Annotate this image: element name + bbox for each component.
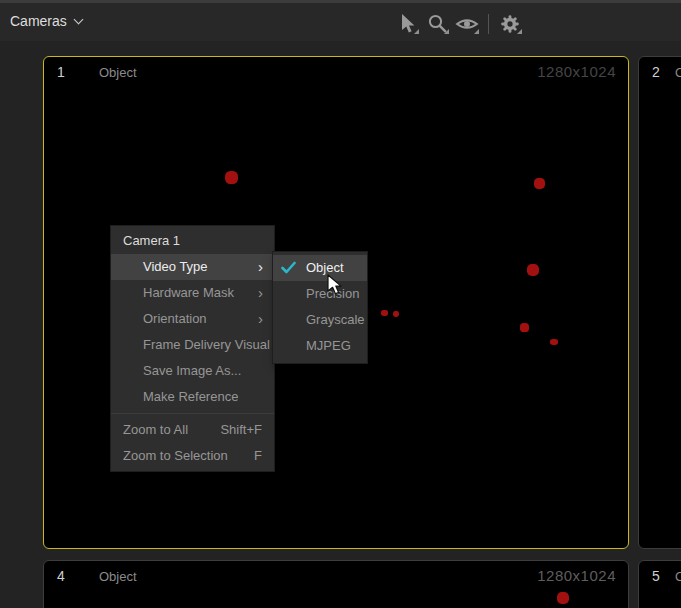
camera-panel-2[interactable]: 2 Object — [638, 56, 681, 549]
submenu-item-grayscale[interactable]: Grayscale — [273, 307, 367, 333]
camera-resolution: 1280x1024 — [537, 63, 616, 80]
toolbar-icon-group — [392, 10, 525, 37]
menu-item-label: Video Type — [143, 259, 208, 274]
camera-resolution: 1280x1024 — [537, 567, 616, 584]
tracked-marker — [534, 178, 545, 189]
menu-item-label: Orientation — [143, 311, 207, 326]
camera-video-type-label: Object — [675, 569, 681, 584]
submenu-item-label: Object — [306, 260, 344, 275]
chevron-down-icon — [73, 14, 83, 24]
menu-item-orientation[interactable]: Orientation — [111, 306, 274, 332]
toolbar-divider — [488, 14, 489, 34]
tracked-marker — [527, 264, 539, 276]
menu-item-make-reference[interactable]: Make Reference — [111, 384, 274, 410]
viewport-toolbar: Cameras — [0, 0, 681, 41]
camera-number: 5 — [652, 568, 660, 584]
camera-viewport-pane: Cameras — [0, 0, 681, 608]
menu-item-label: Save Image As... — [143, 363, 241, 378]
camera-context-menu: Camera 1 Video Type Hardware Mask Orient… — [110, 225, 275, 472]
view-selector-dropdown[interactable]: Cameras — [10, 13, 82, 29]
menu-item-label: Hardware Mask — [143, 285, 234, 300]
checkmark-icon — [281, 261, 296, 274]
camera-panel-4[interactable]: 4 Object 1280x1024 — [43, 560, 629, 608]
tracked-marker — [557, 592, 569, 604]
dropdown-corner-icon — [414, 29, 419, 34]
tracked-marker — [550, 339, 558, 345]
submenu-item-object[interactable]: Object — [273, 255, 367, 281]
visual-aids-button[interactable] — [452, 10, 482, 37]
camera-panel-5[interactable]: 5 Object — [638, 560, 681, 608]
menu-item-frame-delivery-visual[interactable]: Frame Delivery Visual — [111, 332, 274, 358]
camera-number: 2 — [652, 64, 660, 80]
menu-item-label: Zoom to All — [123, 417, 188, 443]
submenu-arrow-icon — [258, 254, 263, 280]
menu-item-shortcut: Shift+F — [220, 417, 262, 443]
submenu-item-label: MJPEG — [306, 338, 351, 353]
camera-number: 4 — [57, 568, 65, 584]
settings-button[interactable] — [495, 10, 525, 37]
menu-item-label: Make Reference — [143, 389, 238, 404]
camera-video-type-label: Object — [99, 569, 137, 584]
tracked-marker — [381, 310, 388, 316]
zoom-tool-button[interactable] — [422, 10, 452, 37]
menu-item-hardware-mask[interactable]: Hardware Mask — [111, 280, 274, 306]
dropdown-corner-icon — [444, 29, 449, 34]
context-menu-header: Camera 1 — [111, 228, 274, 254]
menu-item-zoom-to-selection[interactable]: Zoom to Selection F — [111, 443, 274, 469]
mouse-cursor-icon — [327, 274, 343, 296]
dropdown-corner-icon — [517, 29, 522, 34]
dropdown-corner-icon — [474, 29, 479, 34]
view-selector-label: Cameras — [10, 13, 67, 29]
menu-item-label: Frame Delivery Visual — [143, 337, 270, 352]
menu-item-shortcut: F — [254, 443, 262, 469]
camera-video-type-label: Object — [675, 65, 681, 80]
menu-item-save-image-as[interactable]: Save Image As... — [111, 358, 274, 384]
submenu-arrow-icon — [258, 306, 263, 332]
tracked-marker — [393, 311, 399, 317]
tracked-marker — [225, 171, 238, 184]
camera-video-type-label: Object — [99, 65, 137, 80]
camera-number: 1 — [57, 64, 65, 80]
select-tool-button[interactable] — [392, 10, 422, 37]
menu-item-video-type[interactable]: Video Type — [111, 254, 274, 280]
submenu-arrow-icon — [258, 280, 263, 306]
submenu-item-label: Grayscale — [306, 312, 365, 327]
submenu-item-mjpeg[interactable]: MJPEG — [273, 333, 367, 359]
menu-item-zoom-to-all[interactable]: Zoom to All Shift+F — [111, 417, 274, 443]
menu-item-label: Zoom to Selection — [123, 443, 228, 469]
menu-separator — [111, 413, 274, 414]
video-type-submenu: Object Precision Grayscale MJPEG — [272, 251, 368, 364]
submenu-item-precision[interactable]: Precision — [273, 281, 367, 307]
tracked-marker — [520, 323, 529, 332]
